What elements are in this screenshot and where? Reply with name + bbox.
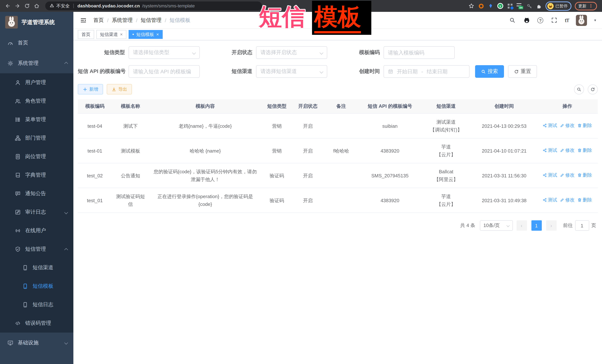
extension-on-icon[interactable]: on <box>516 3 523 9</box>
extension-ring-icon[interactable] <box>478 3 484 9</box>
address-bar[interactable]: 不安全 dashboard.yudao.iocoder.cn/system/sm… <box>45 1 262 10</box>
channel-select[interactable]: 请选择短信渠道 <box>256 65 327 78</box>
search-icon[interactable] <box>509 16 516 24</box>
date-end-input[interactable] <box>425 69 449 74</box>
goto-page-input[interactable] <box>575 220 589 231</box>
delete-link[interactable]: 删除 <box>578 147 592 154</box>
test-link[interactable]: 测试 <box>543 147 557 154</box>
browser-home-icon[interactable] <box>32 2 41 10</box>
extension-grid-icon[interactable] <box>507 3 513 9</box>
close-icon[interactable]: × <box>120 32 123 37</box>
browser-forward-icon[interactable] <box>13 2 22 10</box>
delete-link[interactable]: 删除 <box>578 122 592 130</box>
browser-profile-chip[interactable]: 已暂停 <box>545 1 571 10</box>
close-icon[interactable]: × <box>156 32 159 37</box>
breadcrumb-sms[interactable]: 短信管理 <box>141 17 161 23</box>
browser-back-icon[interactable] <box>4 2 12 10</box>
cell-type: 营销 <box>261 114 292 138</box>
sidebar-item-sms-log[interactable]: 短信日志 <box>0 295 73 314</box>
help-icon[interactable]: ? <box>538 17 543 23</box>
toggle-search-button[interactable] <box>574 84 584 94</box>
reset-button[interactable]: 重置 <box>508 65 537 78</box>
extension-key-icon[interactable] <box>526 3 532 9</box>
export-button[interactable]: 导出 <box>107 84 132 94</box>
extension-y-icon[interactable]: y <box>497 3 504 9</box>
next-page-button[interactable]: › <box>546 220 556 231</box>
announcement-bubble-icon <box>15 191 21 197</box>
sidebar-item-dict-management[interactable]: 字典管理 <box>0 166 73 184</box>
code-icon <box>15 320 21 326</box>
dashboard-gauge-icon <box>7 40 13 46</box>
current-page-button[interactable]: 1 <box>531 220 542 231</box>
sidebar-item-sms-channel[interactable]: 短信渠道 <box>0 259 73 277</box>
font-size-icon[interactable]: tT <box>565 17 569 23</box>
edit-link[interactable]: 修改 <box>560 196 575 204</box>
test-link[interactable]: 测试 <box>543 122 557 130</box>
tab-sms-template[interactable]: ●短信模板× <box>129 30 163 39</box>
browser-reload-icon[interactable] <box>23 2 31 10</box>
status-select[interactable]: 请选择开启状态 <box>256 46 327 59</box>
browser-menu-icon[interactable]: ⋮ <box>589 3 593 9</box>
sidebar-item-online-users[interactable]: 在线用户 <box>0 221 73 240</box>
sms-type-select[interactable]: 请选择短信类型 <box>129 46 200 59</box>
url-host[interactable]: dashboard.yudao.iocoder.cn <box>77 3 140 9</box>
date-start-input[interactable] <box>395 69 419 74</box>
cell-status: 开启 <box>292 138 323 163</box>
app-logo <box>5 16 18 29</box>
bookmark-star-icon[interactable] <box>468 3 474 9</box>
sidebar-item-audit-log[interactable]: 审计日志 <box>0 203 73 221</box>
extension-gem-icon[interactable] <box>487 3 494 9</box>
sidebar-item-sms-template[interactable]: 短信模板 <box>0 277 73 295</box>
cell-status: 开启 <box>292 188 323 213</box>
api-template-id-input[interactable] <box>133 69 195 74</box>
refresh-button[interactable] <box>588 84 598 94</box>
extensions-puzzle-icon[interactable] <box>536 3 542 9</box>
chevron-down-icon <box>64 210 68 214</box>
search-button[interactable]: 搜索 <box>475 65 504 78</box>
page-size-select[interactable]: 10条/页 <box>480 220 513 231</box>
delete-link[interactable]: 删除 <box>578 196 592 204</box>
tab-home[interactable]: 首页 <box>78 30 94 39</box>
avatar-caret-down-icon[interactable]: ▾ <box>594 18 596 22</box>
add-button[interactable]: 新增 <box>78 84 103 94</box>
test-link[interactable]: 测试 <box>543 171 557 179</box>
tab-sms-channel[interactable]: 短信渠道× <box>96 30 126 39</box>
template-code-input[interactable] <box>388 50 450 56</box>
github-icon[interactable] <box>523 16 530 24</box>
cell-content: 哈哈哈 {name} <box>149 138 261 163</box>
security-label[interactable]: 不安全 <box>56 3 70 9</box>
prev-page-button[interactable]: ‹ <box>516 220 527 231</box>
url-path[interactable]: /system/sms/sms-template <box>142 3 195 9</box>
cell-api-id: suibian <box>359 114 421 138</box>
test-link[interactable]: 测试 <box>543 196 557 204</box>
breadcrumb-system[interactable]: 系统管理 <box>112 17 133 23</box>
cell-type: 营销 <box>261 138 292 163</box>
delete-link[interactable]: 删除 <box>578 171 592 179</box>
fullscreen-icon[interactable] <box>550 16 558 24</box>
sidebar-item-error-code-management[interactable]: 错误码管理 <box>0 314 73 333</box>
app-header: 首页 / 系统管理 / 短信管理 / 短信模板 ? tT ▾ <box>73 12 602 29</box>
app-logo-row[interactable]: 芋道管理系统 <box>0 12 73 32</box>
sidebar-item-infrastructure[interactable]: 基础设施 <box>0 333 73 353</box>
sidebar-item-dept-management[interactable]: 部门管理 <box>0 129 73 147</box>
sms-type-label: 短信类型 <box>78 49 129 56</box>
sidebar-item-system-management[interactable]: 系统管理 <box>0 53 73 73</box>
cell-api-id: 4383920 <box>359 188 421 213</box>
sidebar-item-post-management[interactable]: 岗位管理 <box>0 147 73 166</box>
status-label: 开启状态 <box>205 49 256 56</box>
create-time-range-picker[interactable]: - <box>384 65 470 78</box>
cell-remark <box>323 188 359 213</box>
sidebar-item-user-management[interactable]: 用户管理 <box>0 73 73 92</box>
sidebar-item-role-management[interactable]: 角色管理 <box>0 92 73 110</box>
browser-update-button[interactable]: 更新 ⋮ <box>575 2 597 10</box>
sidebar-item-sms-management[interactable]: 短信管理 <box>0 240 73 259</box>
sidebar-item-notice[interactable]: 通知公告 <box>0 184 73 203</box>
edit-link[interactable]: 修改 <box>560 147 575 154</box>
sidebar-item-home[interactable]: 首页 <box>0 32 73 53</box>
edit-link[interactable]: 修改 <box>560 122 575 130</box>
sidebar-fold-icon[interactable] <box>79 16 87 24</box>
breadcrumb-home[interactable]: 首页 <box>93 17 104 23</box>
sidebar-item-menu-management[interactable]: 菜单管理 <box>0 110 73 129</box>
user-avatar[interactable] <box>576 15 587 26</box>
edit-link[interactable]: 修改 <box>560 171 575 179</box>
